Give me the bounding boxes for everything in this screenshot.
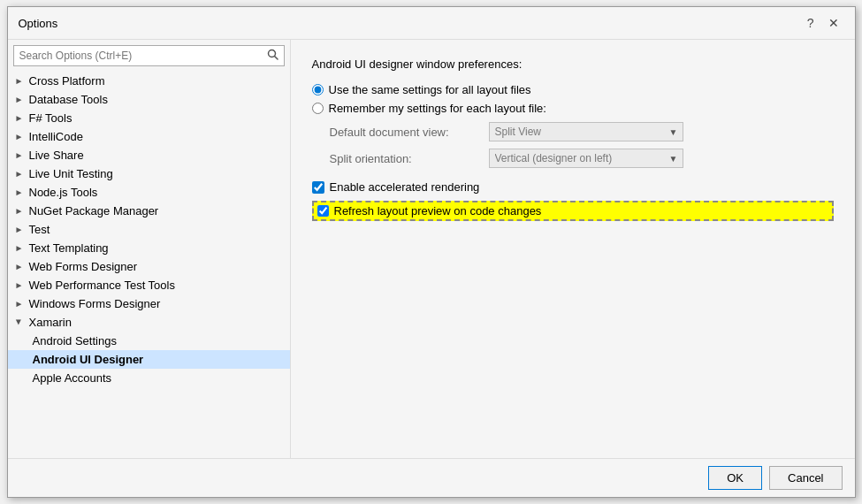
dialog-title: Options (19, 17, 58, 30)
tree-item-label: Web Performance Test Tools (29, 279, 175, 292)
ok-button[interactable]: OK (708, 466, 762, 490)
refresh-layout-preview-container: Refresh layout preview on code changes (312, 201, 834, 221)
enable-accelerated-rendering-checkbox[interactable] (312, 181, 324, 194)
tree-item-windows-forms-designer[interactable]: ► Windows Forms Designer (8, 294, 290, 313)
radio-remember-settings-text: Remember my settings for each layout fil… (329, 102, 546, 115)
radio-same-settings-text: Use the same settings for all layout fil… (329, 83, 531, 96)
default-doc-view-row: Default document view: Split View ▼ (330, 122, 834, 141)
tree-item-label: Live Unit Testing (29, 167, 113, 180)
search-box (13, 45, 285, 66)
title-bar: Options ? ✕ (8, 7, 855, 40)
tree-item-label: Database Tools (29, 93, 108, 106)
default-doc-view-select-wrapper: Split View ▼ (489, 122, 683, 141)
tree-item-label: Android Settings (33, 334, 117, 347)
tree-item-label: Cross Platform (29, 74, 105, 88)
split-orientation-row: Split orientation: Vertical (designer on… (330, 149, 834, 168)
split-orientation-select[interactable]: Vertical (designer on left) (489, 149, 683, 168)
tree-item-label: Test (29, 223, 50, 236)
expand-arrow: ► (15, 187, 27, 197)
tree-item-android-settings[interactable]: Android Settings (8, 332, 290, 350)
tree-item-apple-accounts[interactable]: Apple Accounts (8, 369, 290, 387)
tree-item-database-tools[interactable]: ► Database Tools (8, 90, 290, 109)
refresh-layout-preview-checkbox[interactable] (317, 205, 329, 217)
expand-arrow-down: ► (15, 317, 27, 327)
tree-item-label: Live Share (29, 149, 84, 162)
default-doc-view-label: Default document view: (330, 126, 489, 139)
tree-item-label: IntelliCode (29, 130, 83, 143)
radio-same-settings-label[interactable]: Use the same settings for all layout fil… (312, 83, 834, 96)
tree-item-text-templating[interactable]: ► Text Templating (8, 239, 290, 257)
expand-arrow: ► (15, 225, 27, 234)
tree-item-web-performance[interactable]: ► Web Performance Test Tools (8, 276, 290, 294)
radio-remember-settings[interactable] (312, 103, 324, 114)
tree-item-xamarin[interactable]: ► Xamarin (8, 313, 290, 332)
close-button[interactable]: ✕ (823, 14, 844, 32)
enable-accelerated-rendering-text: Enable accelerated rendering (330, 180, 480, 194)
dialog-footer: OK Cancel (8, 458, 855, 497)
expand-arrow: ► (15, 299, 27, 309)
expand-arrow: ► (15, 262, 27, 271)
radio-same-settings[interactable] (312, 84, 324, 95)
tree-item-fsharp-tools[interactable]: ► F# Tools (8, 109, 290, 127)
expand-arrow: ► (15, 76, 27, 86)
content-area: Android UI designer window preferences: … (291, 40, 855, 458)
tree-item-test[interactable]: ► Test (8, 220, 290, 239)
checkbox-group: Enable accelerated rendering Refresh lay… (312, 180, 834, 221)
title-bar-left: Options (19, 17, 58, 30)
tree-item-label: NuGet Package Manager (29, 204, 159, 218)
tree-container: ► Cross Platform ► Database Tools ► F# T… (8, 72, 290, 458)
tree-item-label: Web Forms Designer (29, 260, 138, 273)
tree-item-label: Apple Accounts (33, 371, 112, 385)
radio-remember-settings-label[interactable]: Remember my settings for each layout fil… (312, 102, 834, 115)
expand-arrow: ► (15, 132, 27, 141)
sidebar: ► Cross Platform ► Database Tools ► F# T… (8, 40, 291, 458)
search-input[interactable] (19, 50, 267, 62)
tree-item-label: Xamarin (29, 316, 72, 329)
tree-item-intellicode[interactable]: ► IntelliCode (8, 127, 290, 146)
tree-item-label: F# Tools (29, 111, 72, 125)
expand-arrow: ► (15, 243, 27, 253)
expand-arrow: ► (15, 206, 27, 216)
search-icon (267, 49, 278, 60)
svg-line-1 (274, 57, 278, 60)
enable-accelerated-rendering-label[interactable]: Enable accelerated rendering (312, 180, 834, 194)
expand-arrow: ► (15, 150, 27, 160)
tree-item-android-ui-designer[interactable]: Android UI Designer (8, 350, 290, 369)
content-title: Android UI designer window preferences: (312, 57, 834, 71)
refresh-layout-preview-text: Refresh layout preview on code changes (334, 204, 542, 218)
tree-item-cross-platform[interactable]: ► Cross Platform (8, 72, 290, 90)
tree-item-live-unit-testing[interactable]: ► Live Unit Testing (8, 164, 290, 183)
expand-arrow: ► (15, 169, 27, 179)
radio-group: Use the same settings for all layout fil… (312, 83, 834, 115)
tree-item-nodejs-tools[interactable]: ► Node.js Tools (8, 183, 290, 202)
dialog-body: ► Cross Platform ► Database Tools ► F# T… (8, 40, 855, 458)
split-orientation-label: Split orientation: (330, 152, 489, 165)
tree-item-web-forms-designer[interactable]: ► Web Forms Designer (8, 257, 290, 276)
tree-item-label: Text Templating (29, 241, 109, 255)
tree-item-label: Windows Forms Designer (29, 297, 161, 310)
tree-item-live-share[interactable]: ► Live Share (8, 146, 290, 164)
tree-item-nuget[interactable]: ► NuGet Package Manager (8, 202, 290, 220)
help-button[interactable]: ? (802, 14, 820, 32)
cancel-button[interactable]: Cancel (769, 466, 842, 490)
expand-arrow: ► (15, 95, 27, 104)
title-bar-controls: ? ✕ (802, 14, 844, 32)
expand-arrow: ► (15, 280, 27, 290)
tree-item-label: Node.js Tools (29, 186, 98, 199)
tree-item-label: Android UI Designer (33, 353, 144, 366)
options-dialog: Options ? ✕ ► Cros (7, 6, 856, 498)
search-icon-button[interactable] (267, 49, 278, 63)
split-orientation-select-wrapper: Vertical (designer on left) ▼ (489, 149, 683, 168)
default-doc-view-select[interactable]: Split View (489, 122, 683, 141)
expand-arrow: ► (15, 113, 27, 123)
